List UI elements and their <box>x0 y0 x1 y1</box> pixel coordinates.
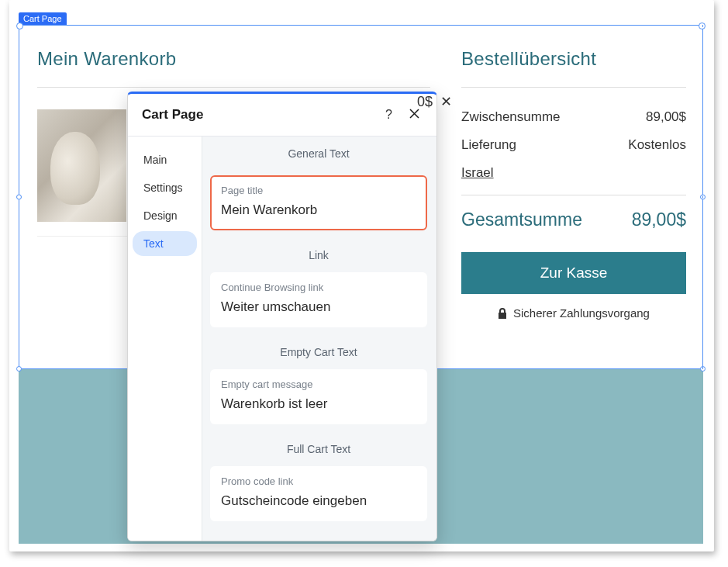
promo-code-label: Promo code link <box>221 475 416 487</box>
continue-browsing-field[interactable]: Continue Browsing link Weiter umschauen <box>210 272 427 327</box>
panel-title: Cart Page <box>142 107 382 123</box>
cart-page-settings-panel: Cart Page ? Main Settings Design Text Ge… <box>127 92 437 541</box>
tab-settings[interactable]: Settings <box>133 175 197 200</box>
panel-tabs: Main Settings Design Text <box>128 137 202 541</box>
section-full-cart: Full Cart Text <box>202 432 435 466</box>
promo-code-value[interactable]: Gutscheincode eingeben <box>221 493 416 509</box>
tab-design[interactable]: Design <box>133 203 197 228</box>
page-title-field[interactable]: Page title Mein Warenkorb <box>210 175 427 230</box>
section-general-text: General Text <box>202 137 435 171</box>
section-link: Link <box>202 238 435 272</box>
empty-cart-value[interactable]: Warenkorb ist leer <box>221 396 416 412</box>
continue-browsing-label: Continue Browsing link <box>221 282 416 293</box>
item-price-fragment: 0$ ✕ <box>417 93 452 110</box>
empty-cart-message-field[interactable]: Empty cart message Warenkorb ist leer <box>210 369 427 424</box>
tab-text[interactable]: Text <box>133 231 197 256</box>
editor-canvas: Mein Warenkorb Bestellübersicht Zwischen… <box>9 0 714 551</box>
promo-code-field[interactable]: Promo code link Gutscheincode eingeben <box>210 466 427 521</box>
add-note-label: Add Note link <box>202 529 435 541</box>
section-empty-cart: Empty Cart Text <box>202 335 435 369</box>
tab-main[interactable]: Main <box>133 147 197 172</box>
continue-browsing-value[interactable]: Weiter umschauen <box>221 299 416 315</box>
empty-cart-label: Empty cart message <box>221 379 416 390</box>
help-button[interactable]: ? <box>382 105 395 125</box>
selection-label[interactable]: Cart Page <box>19 12 67 25</box>
panel-content[interactable]: General Text Page title Mein Warenkorb L… <box>202 137 436 541</box>
page-title-value[interactable]: Mein Warenkorb <box>221 202 416 218</box>
page-title-label: Page title <box>221 185 416 196</box>
